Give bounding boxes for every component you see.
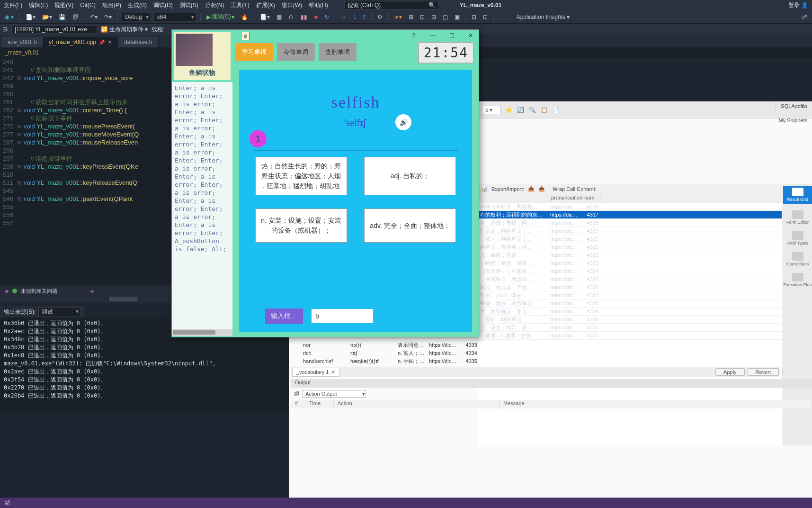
table-row[interactable]: richrɪtʃn. 富人；有钱人；adj. 富有的；富裕的；富庶的；富饶的；…… bbox=[301, 349, 479, 357]
zoom-icon[interactable]: 🔍 bbox=[529, 107, 536, 113]
menu-file[interactable]: 文件(F) bbox=[4, 1, 22, 9]
platform-combo[interactable]: x64 bbox=[154, 13, 196, 21]
choice-3[interactable]: n. 安装；设施；设置；安装的设备（或机器）； bbox=[255, 209, 347, 243]
stop-icon[interactable]: ■ bbox=[312, 13, 319, 21]
step-out-icon[interactable]: ⤴ bbox=[361, 13, 367, 21]
menu-git[interactable]: Git(G) bbox=[80, 2, 96, 9]
save-icon[interactable]: 💾 bbox=[57, 13, 68, 21]
code-editor[interactable]: 240241 // 查询和删除单词界面242⊞void YL_maze_v001… bbox=[0, 58, 171, 285]
study-button[interactable]: 学习单词 bbox=[235, 43, 273, 61]
share-icon[interactable]: ☍ bbox=[800, 13, 809, 21]
app-insights-button[interactable]: Application Insights ▾ bbox=[517, 14, 570, 20]
table-row[interactable]: handkerchiefhæŋkə(r)tʃɪfn. 手帕；纸巾；网络释义：手绢… bbox=[301, 357, 479, 365]
side-exec-plan[interactable]: Execution Plan bbox=[783, 273, 812, 287]
tb-misc-8[interactable]: ⊡ bbox=[481, 13, 490, 21]
minimize-icon[interactable]: — bbox=[428, 31, 438, 40]
continue-button[interactable]: ▶ 继续(C) ▾ bbox=[205, 12, 237, 22]
tb-misc-3[interactable]: ⊡ bbox=[418, 13, 427, 21]
tab-header[interactable]: aze_v001.h bbox=[2, 37, 43, 47]
save-all-icon[interactable]: 🗐 bbox=[71, 13, 80, 21]
tb-misc-4[interactable]: ⊟ bbox=[429, 13, 438, 21]
scroll-left-icon[interactable]: ◀ bbox=[89, 288, 93, 294]
app-console[interactable]: Enter; a is error; Enter; a is error; En… bbox=[172, 82, 232, 329]
speak-icon[interactable]: 🔊 bbox=[395, 114, 411, 130]
app-h-scroll[interactable] bbox=[172, 329, 232, 336]
step-into-icon[interactable]: → bbox=[339, 13, 348, 21]
action-ico[interactable]: 🗐 bbox=[294, 391, 299, 397]
menu-help[interactable]: 帮助(H) bbox=[309, 1, 328, 9]
tb-misc-7[interactable]: ⊡ bbox=[470, 13, 478, 21]
help-icon[interactable]: ? bbox=[409, 31, 419, 40]
tb-misc-5[interactable]: ▢ bbox=[441, 13, 450, 21]
table-row[interactable]: 引说；亦即；即由；https://dic…4327 bbox=[478, 291, 782, 299]
process-combo[interactable]: [18928] YL_maze_v0.01.exe bbox=[11, 26, 97, 33]
table-row[interactable]: 每潮；潮汐；网络释义…https://dic…4328 bbox=[478, 299, 782, 308]
table-row[interactable]: 】舌簧；网络释义：…https://dic…4319 bbox=[478, 227, 782, 235]
menu-extensions[interactable]: 扩展(X) bbox=[256, 1, 275, 9]
step-over-icon[interactable]: ⤵ bbox=[351, 13, 358, 21]
refresh-icon[interactable]: 🔄 bbox=[517, 107, 524, 113]
menu-window[interactable]: 窗口(W) bbox=[282, 1, 302, 9]
side-result-grid[interactable]: Result Grid bbox=[783, 186, 812, 204]
result-tab[interactable]: _vocabulary 1✕ bbox=[292, 368, 339, 377]
export-ico-1[interactable]: 📤 bbox=[528, 186, 535, 192]
table-row[interactable]: 生；造成；导致；网…https://dic…4318 bbox=[478, 219, 782, 227]
gear-icon[interactable]: ⚙ bbox=[241, 32, 250, 40]
table-row[interactable]: 释义：生成器；产生…https://dic…4326 bbox=[478, 283, 782, 291]
open-icon[interactable]: 📂▾ bbox=[40, 13, 54, 21]
side-query-stats[interactable]: Query Stats bbox=[783, 252, 812, 266]
table-row[interactable]: （做某事）；可能受…https://dic…4324 bbox=[478, 267, 782, 275]
close-icon[interactable]: ✕ bbox=[107, 39, 112, 45]
table-row[interactable]: 络释义：等待着；待…https://dic…4321 bbox=[478, 243, 782, 251]
snippets-label[interactable]: My Snippets bbox=[774, 116, 812, 125]
revert-button[interactable]: Revert bbox=[748, 368, 779, 376]
table-row[interactable]: 有的权利；应得到的的东…https://dic…4317 bbox=[478, 211, 782, 219]
choice-1[interactable]: 热；自然生长的；野的；野 野生状态；偏远地区；人烟 . 狂暴地；猛烈地；胡乱地 bbox=[255, 157, 347, 195]
lifecycle-icon[interactable]: 🔁 生命周期事件 ▾ bbox=[101, 26, 148, 34]
star-icon[interactable]: ⭐ bbox=[505, 107, 512, 113]
restart-icon[interactable]: ↻ bbox=[322, 13, 331, 21]
h-scrollbar[interactable] bbox=[0, 296, 170, 303]
menu-edit[interactable]: 编辑(E) bbox=[29, 1, 48, 9]
sql-additions-tab[interactable]: SQLAdditio bbox=[776, 101, 812, 114]
menu-debug[interactable]: 调试(D) bbox=[153, 1, 173, 9]
table-row[interactable]: ；网络释义：考虑周…https://dic…4325 bbox=[478, 275, 782, 283]
config-combo[interactable]: Debug bbox=[122, 13, 151, 21]
side-form-editor[interactable]: Form Editor bbox=[783, 210, 812, 225]
table-row[interactable]: nornɔ(r)表示同意刚提及的否定命题）也不；n.【自】"或非"；网络…htt… bbox=[301, 341, 479, 349]
table-row[interactable]: 的学习与研究；网络释…https://dic…4316 bbox=[478, 203, 782, 211]
undo-icon[interactable]: ↶▾ bbox=[88, 13, 99, 21]
quick-search[interactable]: 搜索 (Ctrl+Q) 🔍 bbox=[344, 1, 439, 9]
new-file-icon[interactable]: 📄▾ bbox=[24, 13, 37, 21]
tb-ico-2[interactable]: ▦ bbox=[275, 13, 284, 21]
tb-ico-1[interactable]: 📑▾ bbox=[258, 13, 272, 21]
menu-tools[interactable]: 工具(T) bbox=[231, 1, 249, 9]
col-num[interactable]: num bbox=[582, 194, 600, 203]
login-link[interactable]: 登录 👤 bbox=[788, 1, 808, 9]
answer-input[interactable] bbox=[312, 309, 373, 323]
menu-analyze[interactable]: 分析(N) bbox=[205, 1, 224, 9]
tab-database[interactable]: database.h bbox=[118, 37, 158, 47]
arrow-icon[interactable]: ➤▾ bbox=[393, 13, 404, 21]
table-row[interactable]: ；成为；网络释义：…https://dic…4320 bbox=[478, 235, 782, 243]
action-combo[interactable]: Action Output bbox=[302, 390, 366, 398]
table-row[interactable]: 义：踌躇；迟疑…https://dic…4322 bbox=[478, 251, 782, 259]
close-result-icon[interactable]: ✕ bbox=[331, 369, 335, 375]
hot-reload-icon[interactable]: 🔥 bbox=[239, 13, 250, 21]
output-src-combo[interactable]: 调试 bbox=[38, 307, 81, 317]
query-word-button[interactable]: 查删单词 bbox=[319, 43, 357, 61]
table-row[interactable]: 义：设立；制定；设…https://dic…4331 bbox=[478, 324, 782, 332]
menu-build[interactable]: 生成(B) bbox=[128, 1, 147, 9]
wb-result-grid[interactable]: 的学习与研究；网络释…https://dic…4316有的权利；应得到的的东…h… bbox=[478, 203, 782, 445]
menu-test[interactable]: 测试(S) bbox=[179, 1, 198, 9]
menu-project[interactable]: 项目(P) bbox=[102, 1, 121, 9]
wb-ico-b[interactable]: 📄 bbox=[553, 107, 560, 113]
tb-misc-6[interactable]: ▣ bbox=[453, 13, 462, 21]
close-window-icon[interactable]: ✕ bbox=[465, 31, 476, 40]
table-row[interactable]: ：峭壁；绝壁；克里…https://dic…4323 bbox=[478, 259, 782, 267]
col-pronunciation[interactable]: pronunciation bbox=[549, 194, 582, 203]
table-row[interactable]: ；遭遇；n.遭遇；交锋…https://dic…4332 bbox=[478, 332, 782, 340]
tb-ico-3[interactable]: ⫛ bbox=[286, 13, 296, 21]
maximize-icon[interactable]: ☐ bbox=[446, 31, 457, 40]
nav-back-icon[interactable]: ◉ ▾ bbox=[3, 13, 16, 21]
